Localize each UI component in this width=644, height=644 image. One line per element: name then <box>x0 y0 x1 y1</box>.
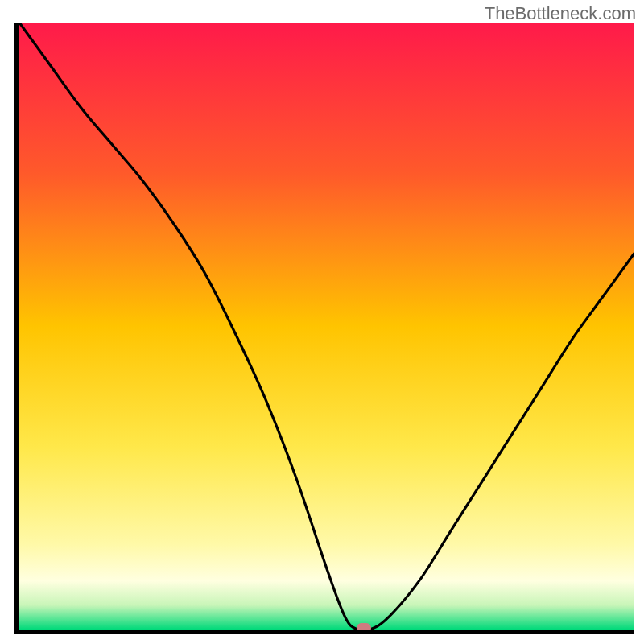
bottleneck-marker <box>357 623 371 633</box>
chart-plot-area <box>14 23 634 634</box>
watermark-text: TheBottleneck.com <box>485 3 636 24</box>
chart-line <box>19 23 634 630</box>
